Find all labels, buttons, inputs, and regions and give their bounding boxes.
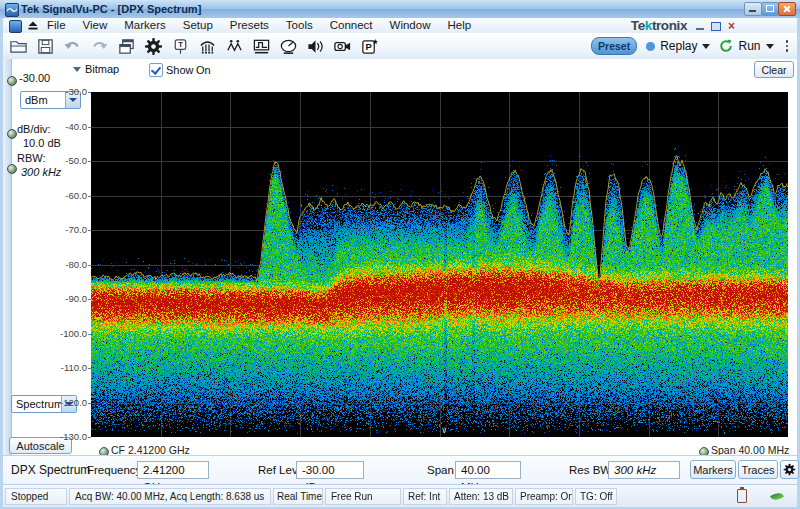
mdi-close-icon[interactable]: ×: [728, 21, 735, 31]
rbw-value[interactable]: 300 kHz: [21, 166, 61, 178]
app-icon: [5, 3, 19, 17]
main-content: -30.00 dBm dB/div: 10.0 dB RBW: 300 kHz …: [3, 59, 797, 455]
menu-connect[interactable]: Connect: [330, 19, 373, 31]
show-state-label: On: [196, 64, 211, 76]
replay-label: Replay: [660, 39, 697, 53]
run-icon: [719, 39, 733, 53]
markers-waveform-icon[interactable]: [223, 35, 245, 57]
menu-tools[interactable]: Tools: [286, 19, 313, 31]
preset-p-icon[interactable]: P: [358, 35, 380, 57]
db-div-value[interactable]: 10.0 dB: [23, 137, 61, 149]
more-options-icon[interactable]: [783, 40, 792, 52]
menu-setup[interactable]: Setup: [183, 19, 213, 31]
menu-window[interactable]: Window: [390, 19, 431, 31]
settings-bar: DPX Spectrum Frequency 2.41200 GHz Ref L…: [3, 455, 797, 485]
dpx-spectrum-icon[interactable]: [196, 35, 218, 57]
tektronix-logo: Tektronix: [631, 18, 687, 33]
res-bw-field[interactable]: 300 kHz: [608, 461, 680, 479]
acq-status: Stopped: [5, 488, 67, 505]
ref-level-knob-icon[interactable]: [7, 76, 17, 86]
frequency-field[interactable]: 2.41200 GHz: [137, 461, 209, 479]
maximize-button[interactable]: [761, 2, 779, 16]
svg-text:P: P: [365, 41, 372, 52]
ref-status: Ref: Int: [403, 488, 447, 505]
trigger-status: Free Run: [325, 488, 401, 505]
y-axis-label: -40.0: [47, 121, 87, 132]
trigger-tag-icon[interactable]: T: [169, 35, 191, 57]
battery-icon: [737, 489, 747, 503]
trace-marker-icon[interactable]: ∨: [441, 425, 448, 435]
minimize-button[interactable]: [744, 2, 762, 16]
bitmap-collapse-icon[interactable]: [73, 67, 81, 72]
show-label: Show: [166, 64, 194, 76]
title-bar: Tek SignalVu-PC - [DPX Spectrum]: [0, 0, 800, 18]
menu-view[interactable]: View: [83, 19, 108, 31]
frequency-label: Frequency: [87, 464, 141, 476]
close-button[interactable]: [778, 2, 796, 16]
svg-text:T: T: [178, 40, 183, 49]
y-axis-label: -130.0: [47, 431, 87, 442]
mdi-minimize-icon[interactable]: [696, 28, 704, 30]
unit-value: dBm: [25, 94, 48, 106]
y-axis-label: -80.0: [47, 259, 87, 270]
mdi-restore-icon[interactable]: [711, 22, 721, 31]
real-time-status: Real Time: [273, 488, 323, 505]
window-title: Tek SignalVu-PC - [DPX Spectrum]: [21, 3, 201, 15]
menu-file[interactable]: File: [47, 19, 66, 31]
y-tick: [88, 437, 91, 438]
y-axis-label: -70.0: [47, 224, 87, 235]
record-icon[interactable]: [331, 35, 353, 57]
toolbar: T P Preset Replay Run: [3, 33, 797, 60]
settings-gear-icon[interactable]: [142, 35, 164, 57]
replay-dropdown-icon[interactable]: [702, 44, 710, 49]
menu-help[interactable]: Help: [447, 19, 471, 31]
pulse-measure-icon[interactable]: [250, 35, 272, 57]
traces-button[interactable]: Traces: [738, 460, 778, 479]
dpx-bitmap-canvas[interactable]: [91, 92, 788, 437]
open-icon[interactable]: [7, 35, 29, 57]
clear-button[interactable]: Clear: [754, 61, 794, 78]
show-checkbox[interactable]: [149, 63, 163, 77]
replay-icon: [646, 42, 655, 51]
preamp-status: Preamp: On: [515, 488, 573, 505]
y-axis-label: -50.0: [47, 155, 87, 166]
y-axis-label: -100.0: [47, 328, 87, 339]
rbw-knob-icon[interactable]: [7, 164, 17, 174]
status-bar: Stopped Acq BW: 40.00 MHz, Acq Length: 8…: [3, 484, 797, 507]
tg-status: TG: Off: [575, 488, 617, 505]
run-dropdown-icon[interactable]: [766, 44, 774, 49]
menu-presets[interactable]: Presets: [230, 19, 269, 31]
bitmap-title: Bitmap: [85, 63, 119, 75]
span-field[interactable]: 40.00 MHz: [455, 461, 521, 479]
preset-button[interactable]: Preset: [591, 37, 637, 55]
replay-control[interactable]: Replay: [646, 39, 710, 53]
audio-demod-icon[interactable]: [304, 35, 326, 57]
app-window: Tek SignalVu-PC - [DPX Spectrum] File Vi…: [0, 0, 800, 509]
menu-markers[interactable]: Markers: [124, 19, 166, 31]
ref-level-value[interactable]: -30.00: [19, 72, 50, 84]
settings-gear-button[interactable]: [780, 460, 799, 479]
atten-status: Atten: 13 dB: [449, 488, 513, 505]
y-axis-label: -120.0: [47, 397, 87, 408]
ref-lev-field[interactable]: -30.00 dBm: [296, 461, 364, 479]
meter-icon[interactable]: [277, 35, 299, 57]
rbw-label: RBW:: [17, 152, 46, 164]
display-title: DPX Spectrum: [11, 463, 90, 477]
redo-icon[interactable]: [88, 35, 110, 57]
y-axis-label: -30.0: [47, 86, 87, 97]
save-icon[interactable]: [34, 35, 56, 57]
ref-lev-label: Ref Lev: [258, 464, 298, 476]
span-label: Span: [427, 464, 454, 476]
run-label: Run: [738, 39, 760, 53]
acq-info: Acq BW: 40.00 MHz, Acq Length: 8.638 us: [69, 488, 271, 505]
markers-button[interactable]: Markers: [690, 460, 736, 479]
db-div-knob-icon[interactable]: [7, 129, 17, 139]
displays-icon[interactable]: [115, 35, 137, 57]
eject-icon[interactable]: [27, 20, 39, 31]
res-bw-label: Res BW: [569, 464, 611, 476]
undo-icon[interactable]: [61, 35, 83, 57]
run-control[interactable]: Run: [719, 39, 773, 53]
menu-bar: File View Markers Setup Presets Tools Co…: [3, 18, 797, 34]
db-div-label: dB/div:: [17, 123, 51, 135]
mdi-child-icon[interactable]: [9, 20, 22, 33]
